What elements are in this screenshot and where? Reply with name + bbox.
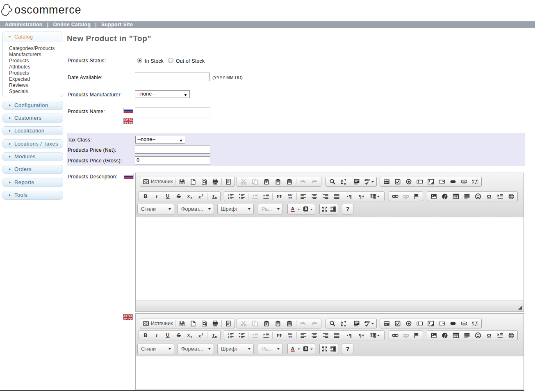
svg-text:2: 2 bbox=[201, 333, 203, 336]
svg-text:W: W bbox=[288, 323, 291, 326]
svg-text:DIV: DIV bbox=[288, 194, 293, 196]
svg-text:I: I bbox=[155, 332, 158, 338]
svg-text:1: 1 bbox=[228, 333, 230, 335]
svg-text:b: b bbox=[341, 179, 343, 182]
svg-text:x: x bbox=[187, 194, 190, 198]
svg-text:1: 1 bbox=[228, 194, 230, 196]
svg-text:a: a bbox=[344, 324, 346, 327]
svg-text:ABC: ABC bbox=[364, 179, 370, 182]
svg-text:x: x bbox=[198, 194, 201, 199]
svg-text:a: a bbox=[344, 182, 346, 185]
svg-text:2: 2 bbox=[228, 336, 230, 338]
svg-text:2: 2 bbox=[190, 196, 192, 200]
svg-text:</>: </> bbox=[288, 196, 292, 199]
svg-text:A: A bbox=[291, 206, 294, 211]
svg-text:¶: ¶ bbox=[349, 193, 352, 199]
svg-text:Ω: Ω bbox=[487, 194, 491, 200]
svg-text:2: 2 bbox=[190, 335, 192, 339]
svg-text:W: W bbox=[288, 181, 291, 184]
svg-text:</>: </> bbox=[288, 335, 292, 338]
svg-text:DIV: DIV bbox=[288, 333, 293, 335]
svg-text:B: B bbox=[143, 332, 147, 338]
svg-text:¶: ¶ bbox=[349, 332, 352, 338]
svg-text:A: A bbox=[291, 346, 294, 351]
svg-text:b: b bbox=[341, 321, 343, 324]
svg-text:2: 2 bbox=[228, 197, 230, 199]
svg-text:I: I bbox=[155, 193, 158, 199]
svg-text:A: A bbox=[304, 206, 307, 211]
svg-text:?: ? bbox=[346, 346, 350, 352]
svg-text:x: x bbox=[198, 333, 201, 338]
svg-text:A: A bbox=[304, 346, 307, 351]
svg-text:T: T bbox=[277, 322, 279, 326]
svg-text:B: B bbox=[143, 193, 147, 199]
svg-text:U: U bbox=[166, 332, 169, 338]
svg-text:x: x bbox=[187, 333, 190, 337]
svg-text:U: U bbox=[166, 193, 169, 199]
svg-text:2: 2 bbox=[201, 194, 203, 197]
svg-text:T: T bbox=[212, 333, 215, 338]
svg-text:¶: ¶ bbox=[358, 193, 361, 199]
svg-text:T: T bbox=[212, 194, 215, 199]
svg-text:ABC: ABC bbox=[364, 321, 370, 324]
svg-text:Ω: Ω bbox=[487, 333, 491, 339]
svg-text:?: ? bbox=[346, 206, 350, 212]
svg-text:T: T bbox=[277, 180, 279, 184]
svg-text:¶: ¶ bbox=[358, 332, 361, 338]
